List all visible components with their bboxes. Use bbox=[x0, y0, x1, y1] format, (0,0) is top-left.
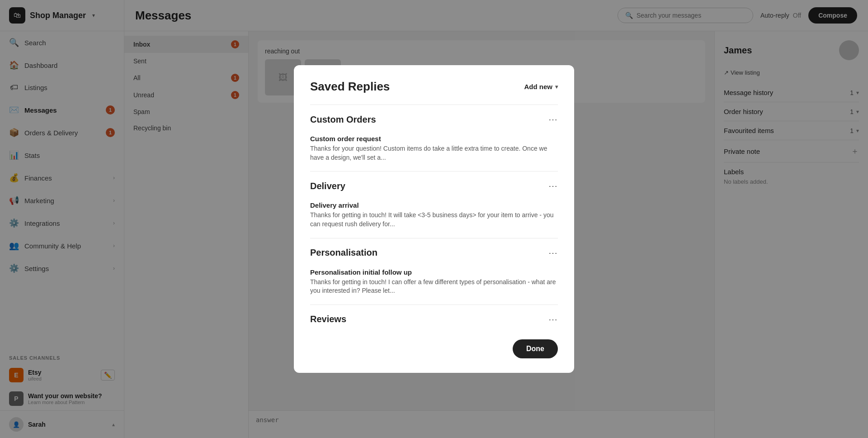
category-personalisation-more-icon[interactable]: ⋯ bbox=[548, 248, 558, 258]
category-custom-orders-title: Custom Orders bbox=[310, 114, 376, 125]
category-custom-orders: Custom Orders ⋯ Custom order request Tha… bbox=[310, 105, 558, 171]
reply-item-custom-order-request-title: Custom order request bbox=[310, 135, 558, 143]
add-new-button[interactable]: Add new ▾ bbox=[524, 83, 558, 90]
category-custom-orders-header: Custom Orders ⋯ bbox=[310, 114, 558, 125]
reply-item-custom-order-request[interactable]: Custom order request Thanks for your que… bbox=[310, 130, 558, 169]
category-delivery-header: Delivery ⋯ bbox=[310, 181, 558, 191]
modal-categories: Custom Orders ⋯ Custom order request Tha… bbox=[310, 105, 558, 332]
reply-item-delivery-arrival-title: Delivery arrival bbox=[310, 201, 558, 209]
category-reviews-more-icon[interactable]: ⋯ bbox=[548, 314, 558, 325]
category-personalisation: Personalisation ⋯ Personalisation initia… bbox=[310, 238, 558, 305]
reply-item-delivery-arrival-text: Thanks for getting in touch! It will tak… bbox=[310, 211, 558, 229]
reply-item-delivery-arrival[interactable]: Delivery arrival Thanks for getting in t… bbox=[310, 197, 558, 236]
category-reviews-header: Reviews ⋯ bbox=[310, 314, 558, 325]
modal-title: Saved Replies bbox=[310, 80, 390, 94]
category-reviews-title: Reviews bbox=[310, 314, 346, 324]
reply-item-custom-order-request-text: Thanks for your question! Custom items d… bbox=[310, 144, 558, 162]
category-delivery-title: Delivery bbox=[310, 181, 345, 191]
add-new-chevron: ▾ bbox=[555, 84, 558, 90]
reply-item-personalisation-initial-title: Personalisation initial follow up bbox=[310, 268, 558, 276]
done-button[interactable]: Done bbox=[513, 339, 558, 358]
category-delivery-more-icon[interactable]: ⋯ bbox=[548, 181, 558, 191]
modal-overlay[interactable]: Saved Replies Add new ▾ Custom Orders ⋯ … bbox=[0, 0, 868, 438]
category-personalisation-title: Personalisation bbox=[310, 248, 377, 258]
category-reviews: Reviews ⋯ bbox=[310, 305, 558, 332]
category-delivery: Delivery ⋯ Delivery arrival Thanks for g… bbox=[310, 171, 558, 238]
reply-item-personalisation-initial[interactable]: Personalisation initial follow up Thanks… bbox=[310, 264, 558, 303]
category-personalisation-header: Personalisation ⋯ bbox=[310, 248, 558, 258]
modal-header: Saved Replies Add new ▾ bbox=[310, 80, 558, 94]
reply-item-personalisation-initial-text: Thanks for getting in touch! I can offer… bbox=[310, 278, 558, 295]
modal-footer: Done bbox=[310, 332, 558, 358]
saved-replies-modal: Saved Replies Add new ▾ Custom Orders ⋯ … bbox=[294, 65, 574, 373]
category-custom-orders-more-icon[interactable]: ⋯ bbox=[548, 114, 558, 125]
